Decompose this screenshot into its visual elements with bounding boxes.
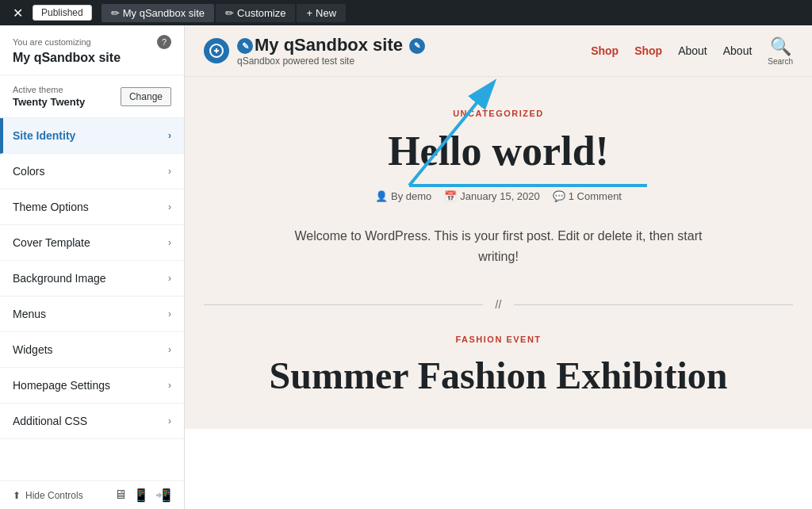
- sidebar: You are customizing ? My qSandbox site A…: [0, 25, 185, 509]
- menus-label: Menus: [13, 308, 46, 320]
- post-comments: 💬 1 Comment: [553, 190, 622, 202]
- nav-shop-1[interactable]: Shop: [591, 44, 619, 57]
- date-text: January 15, 2020: [460, 190, 539, 202]
- post1-title: Hello world!: [204, 128, 793, 174]
- preview-area: ✎My qSandbox site ✎ qSandbox powered tes…: [185, 25, 812, 509]
- search-label: Search: [768, 57, 793, 66]
- sidebar-bottom: ⬆ Hide Controls 🖥 📱 📲: [0, 480, 184, 509]
- search-button[interactable]: 🔍 Search: [768, 36, 793, 66]
- chevron-right-icon: ›: [168, 166, 171, 177]
- site-title-area: ✎My qSandbox site ✎ qSandbox powered tes…: [237, 35, 427, 67]
- widgets-label: Widgets: [13, 343, 53, 356]
- device-icons: 🖥 📱 📲: [114, 488, 171, 503]
- chevron-right-icon: ›: [168, 380, 171, 391]
- author-icon: 👤: [375, 190, 388, 202]
- change-theme-button[interactable]: Change: [121, 87, 171, 106]
- comment-icon: 💬: [553, 190, 565, 202]
- chevron-right-icon: ›: [168, 237, 171, 248]
- admin-bar: ✕ Published ✏ My qSandbox site ✏ Customi…: [0, 0, 812, 25]
- hide-controls-icon: ⬆: [13, 490, 21, 501]
- site-logo-icon: [204, 38, 229, 63]
- nav-list: Site Identity › Colors › Theme Options ›…: [0, 118, 184, 480]
- active-theme-name: Twenty Twenty: [13, 96, 85, 108]
- nav-about-2[interactable]: About: [723, 44, 753, 57]
- sidebar-item-theme-options[interactable]: Theme Options ›: [0, 189, 184, 225]
- hide-controls-label: Hide Controls: [25, 490, 83, 501]
- tab-site-label: My qSandbox site: [123, 7, 205, 19]
- post1-excerpt: Welcome to WordPress. This is your first…: [277, 226, 721, 266]
- theme-options-label: Theme Options: [13, 201, 89, 213]
- tab-customize-label: Customize: [237, 7, 285, 19]
- hide-controls-button[interactable]: ⬆ Hide Controls: [13, 490, 83, 501]
- site-content: UNCATEGORIZED Hello world! 👤 By demo 📅 J…: [185, 77, 812, 429]
- post-author: 👤 By demo: [375, 190, 431, 202]
- post-divider: //: [204, 298, 793, 311]
- sidebar-item-colors[interactable]: Colors ›: [0, 154, 184, 189]
- nav-about-1[interactable]: About: [678, 44, 707, 57]
- post-date: 📅 January 15, 2020: [444, 190, 539, 202]
- sidebar-item-additional-css[interactable]: Additional CSS ›: [0, 404, 184, 439]
- edit-pencil-icon[interactable]: ✎: [237, 38, 253, 54]
- post1-category: UNCATEGORIZED: [204, 109, 793, 118]
- tablet-icon[interactable]: 📱: [133, 488, 149, 503]
- sidebar-item-site-identity[interactable]: Site Identity ›: [0, 118, 184, 154]
- chevron-right-icon: ›: [168, 308, 171, 320]
- sidebar-header: You are customizing ? My qSandbox site: [0, 25, 184, 75]
- additional-css-label: Additional CSS: [13, 415, 87, 427]
- mobile-icon[interactable]: 📲: [155, 488, 171, 503]
- desktop-icon[interactable]: 🖥: [114, 488, 127, 503]
- homepage-settings-label: Homepage Settings: [13, 379, 110, 392]
- site-tagline: qSandbox powered test site: [237, 55, 427, 67]
- comments-text: 1 Comment: [569, 190, 622, 202]
- nav-shop-2[interactable]: Shop: [634, 44, 662, 57]
- chevron-right-icon: ›: [168, 273, 171, 284]
- published-button[interactable]: Published: [33, 5, 92, 21]
- site-logo-area: ✎My qSandbox site ✎ qSandbox powered tes…: [204, 35, 427, 67]
- site-identity-label: Site Identity: [13, 129, 75, 142]
- site-header: ✎My qSandbox site ✎ qSandbox powered tes…: [185, 25, 812, 77]
- chevron-right-icon: ›: [168, 344, 171, 355]
- search-icon: 🔍: [770, 36, 791, 57]
- tab-new[interactable]: + New: [297, 4, 346, 22]
- cover-template-label: Cover Template: [13, 236, 90, 249]
- site-name: ✎My qSandbox site ✎: [237, 35, 427, 55]
- divider-text: //: [483, 298, 515, 311]
- site-nav: Shop Shop About About 🔍 Search: [591, 36, 793, 66]
- admin-tabs: ✏ My qSandbox site ✏ Customize + New: [102, 4, 346, 22]
- sidebar-item-widgets[interactable]: Widgets ›: [0, 332, 184, 368]
- site-icon: ✏: [111, 7, 120, 19]
- main-layout: You are customizing ? My qSandbox site A…: [0, 25, 812, 509]
- background-image-label: Background Image: [13, 272, 106, 285]
- post2-title: Summer Fashion Exhibition: [204, 354, 793, 397]
- colors-label: Colors: [13, 165, 44, 178]
- active-theme-section: Active theme Twenty Twenty Change: [0, 75, 184, 118]
- tab-customize[interactable]: ✏ Customize: [216, 4, 295, 22]
- chevron-right-icon: ›: [168, 130, 171, 141]
- help-icon[interactable]: ?: [157, 35, 171, 49]
- divider-line-left: [204, 304, 483, 305]
- sidebar-item-cover-template[interactable]: Cover Template ›: [0, 225, 184, 261]
- customizing-text: You are customizing: [13, 37, 91, 47]
- active-theme-label: Active theme: [13, 85, 85, 94]
- sidebar-item-background-image[interactable]: Background Image ›: [0, 261, 184, 297]
- sidebar-item-homepage-settings[interactable]: Homepage Settings ›: [0, 368, 184, 404]
- site-name-label: My qSandbox site: [13, 51, 171, 65]
- close-button[interactable]: ✕: [6, 2, 29, 24]
- sidebar-item-menus[interactable]: Menus ›: [0, 297, 184, 332]
- chevron-right-icon: ›: [168, 415, 171, 427]
- customizing-label-row: You are customizing ?: [13, 35, 171, 49]
- theme-info: Active theme Twenty Twenty: [13, 85, 85, 108]
- post1-meta: 👤 By demo 📅 January 15, 2020 💬 1 Comment: [204, 190, 793, 202]
- author-name: By demo: [391, 190, 431, 202]
- tab-my-site[interactable]: ✏ My qSandbox site: [102, 4, 214, 22]
- tab-new-label: New: [316, 7, 336, 19]
- calendar-icon: 📅: [444, 190, 457, 202]
- edit-pencil-icon-2[interactable]: ✎: [409, 38, 425, 54]
- site-name-text: My qSandbox site: [255, 35, 403, 55]
- chevron-right-icon: ›: [168, 201, 171, 212]
- new-icon: +: [306, 7, 312, 19]
- post2-category: FASHION EVENT: [204, 335, 793, 344]
- customize-icon: ✏: [225, 7, 234, 19]
- divider-line-right: [514, 304, 793, 305]
